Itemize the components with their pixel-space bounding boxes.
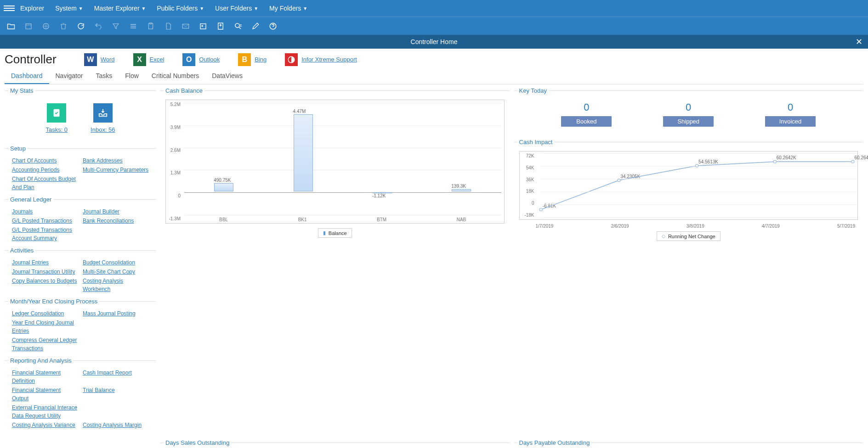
link-chart-of-accounts-budget-and-plan[interactable]: Chart Of Accounts Budget And Plan: [12, 175, 78, 191]
link-costing-analysis-margin[interactable]: Costing Analysis Margin: [83, 421, 149, 429]
tab-flow[interactable]: Flow: [119, 68, 145, 84]
panel-dpo: Days Payable Outstanding 8/31/20182.4811…: [514, 439, 864, 448]
link-bank-reconciliations[interactable]: Bank Reconciliations: [83, 217, 149, 225]
nav-master-explorer[interactable]: Master Explorer▼: [94, 5, 146, 12]
panel-key-today: Key Today 0 Booked0 Shipped0 Invoiced: [514, 87, 864, 134]
section-mye: Month/Year End Closing ProcessLedger Con…: [5, 298, 156, 357]
link-mass-journal-posting[interactable]: Mass Journal Posting: [83, 309, 149, 318]
schedule-icon[interactable]: [197, 20, 210, 33]
link-copy-balances-to-budgets[interactable]: Copy Balances to Budgets: [12, 277, 78, 293]
svg-point-7: [235, 23, 239, 28]
bar-bbl[interactable]: [214, 183, 233, 191]
nav-system[interactable]: System▼: [55, 5, 83, 12]
link-financial-statement-definition[interactable]: Financial Statement Definition: [12, 369, 78, 385]
nav-explorer[interactable]: Explorer: [20, 5, 44, 12]
undo-icon[interactable]: [92, 20, 105, 33]
quicklink-outlook[interactable]: OOutlook: [182, 53, 220, 66]
kt-button-booked[interactable]: Booked: [561, 116, 612, 127]
svg-rect-6: [202, 25, 203, 26]
link-journal-entries[interactable]: Journal Entries: [12, 258, 78, 267]
link-journal-builder[interactable]: Journal Builder: [83, 207, 149, 216]
panel-cash-balance: Cash Balance 5.2M3.9M2.6M1.3M0-1.3M 490.…: [160, 87, 510, 434]
nav-my-folders[interactable]: My Folders▼: [269, 5, 307, 12]
bar-nab[interactable]: [452, 189, 471, 191]
quicklink-word[interactable]: WWord: [84, 53, 115, 66]
top-navbar: ExplorerSystem▼Master Explorer▼Public Fo…: [0, 0, 868, 17]
svg-point-18: [617, 179, 620, 182]
quicklink-infor-xtreme-support[interactable]: Infor Xtreme Support: [285, 53, 357, 66]
link-g-l-posted-transactions[interactable]: G/L Posted Transactions: [12, 217, 78, 225]
list-icon[interactable]: [127, 20, 140, 33]
tasks-icon[interactable]: [47, 103, 66, 123]
link-ledger-consolidation[interactable]: Ledger Consolidation: [12, 309, 78, 318]
quicklink-excel[interactable]: XExcel: [133, 53, 165, 66]
link-compress-general-ledger-transactions[interactable]: Compress General Ledger Transactions: [12, 336, 78, 353]
panel-my-stats: My Stats Tasks: 0 Inbox: 56: [5, 87, 156, 145]
legend-balance[interactable]: ▮Balance: [318, 228, 352, 238]
kt-value-booked: 0: [561, 101, 612, 113]
svg-point-19: [695, 164, 698, 167]
help-icon[interactable]: [267, 20, 279, 33]
link-journal-transaction-utility[interactable]: Journal Transaction Utility: [12, 268, 78, 276]
kt-value-shipped: 0: [663, 101, 714, 113]
calendar-icon[interactable]: [22, 20, 35, 33]
refresh-icon[interactable]: [74, 20, 87, 33]
inbox-link[interactable]: Inbox: 56: [91, 126, 115, 133]
page-subheader: Controller Home ✕: [0, 35, 868, 49]
svg-rect-4: [182, 24, 189, 28]
hamburger-icon[interactable]: [4, 3, 15, 14]
section-setup: SetupChart Of AccountsBank AddressesAcco…: [5, 145, 156, 196]
link-journals[interactable]: Journals: [12, 207, 78, 216]
export-icon[interactable]: [214, 20, 227, 33]
section-rep: Reporting And AnalysisFinancial Statemen…: [5, 357, 156, 434]
tab-critical numbers[interactable]: Critical Numbers: [145, 68, 205, 84]
link-multi-currency-parameters[interactable]: Multi-Currency Parameters: [83, 166, 149, 174]
tasks-link[interactable]: Tasks: 0: [45, 126, 68, 133]
mail-icon[interactable]: [179, 20, 192, 33]
link-cash-impact-report[interactable]: Cash Impact Report: [83, 369, 149, 385]
edit-pencil-icon[interactable]: [249, 20, 262, 33]
link-g-l-posted-transactions-account-summary[interactable]: G/L Posted Transactions Account Summary: [12, 226, 78, 242]
toolbar: [0, 17, 868, 35]
link-year-end-closing-journal-entries[interactable]: Year End Closing Journal Entries: [12, 319, 78, 335]
quicklink-bing[interactable]: BBing: [238, 53, 267, 66]
link-bank-addresses[interactable]: Bank Addresses: [83, 157, 149, 165]
document-icon[interactable]: [162, 20, 175, 33]
search-equals-icon[interactable]: [232, 20, 244, 33]
link-accounting-periods[interactable]: Accounting Periods: [12, 166, 78, 174]
page-title: Controller: [5, 52, 57, 67]
kt-button-invoiced[interactable]: Invoiced: [765, 116, 816, 127]
svg-point-20: [773, 160, 776, 163]
trash-icon[interactable]: [57, 20, 70, 33]
tab-dataviews[interactable]: DataViews: [205, 68, 249, 84]
link-trial-balance[interactable]: Trial Balance: [83, 386, 149, 403]
link-costing-analysis-variance[interactable]: Costing Analysis Variance: [12, 421, 78, 429]
tab-bar: DashboardNavigatorTasksFlowCritical Numb…: [5, 68, 863, 84]
tab-tasks[interactable]: Tasks: [89, 68, 119, 84]
filter-icon[interactable]: [109, 20, 122, 33]
svg-rect-0: [26, 23, 31, 28]
link-chart-of-accounts[interactable]: Chart Of Accounts: [12, 157, 78, 165]
link-financial-statement-output[interactable]: Financial Statement Output: [12, 386, 78, 403]
panel-dso: Days Sales Outstanding 8/31/20185.230208…: [160, 439, 510, 448]
link-costing-analysis-workbench[interactable]: Costing Analysis Workbench: [83, 277, 149, 293]
close-icon[interactable]: ✕: [856, 37, 862, 47]
folder-open-icon[interactable]: [5, 20, 17, 33]
globe-icon[interactable]: [40, 20, 52, 33]
kt-value-invoiced: 0: [765, 101, 816, 113]
tab-dashboard[interactable]: Dashboard: [5, 68, 49, 84]
panel-cash-impact: Cash Impact 72K54K36K18K0-18K-6.81K34.23…: [514, 139, 864, 245]
kt-button-shipped[interactable]: Shipped: [663, 116, 714, 127]
link-external-financial-interace-data-request-utility[interactable]: External Financial Interace Data Request…: [12, 403, 78, 420]
section-act: ActivitiesJournal EntriesBudget Consolid…: [5, 247, 156, 298]
tab-navigator[interactable]: Navigator: [49, 68, 90, 84]
nav-user-folders[interactable]: User Folders▼: [215, 5, 258, 12]
section-gl: General LedgerJournalsJournal BuilderG/L…: [5, 196, 156, 247]
link-budget-consolidation[interactable]: Budget Consolidation: [83, 258, 149, 267]
link-multi-site-chart-copy[interactable]: Multi-Site Chart Copy: [83, 268, 149, 276]
legend-running-net[interactable]: ◇Running Net Change: [657, 231, 720, 241]
inbox-icon[interactable]: [93, 103, 113, 123]
clipboard-icon[interactable]: [144, 20, 157, 33]
nav-public-folders[interactable]: Public Folders▼: [157, 5, 204, 12]
bar-bk1[interactable]: [294, 114, 313, 191]
